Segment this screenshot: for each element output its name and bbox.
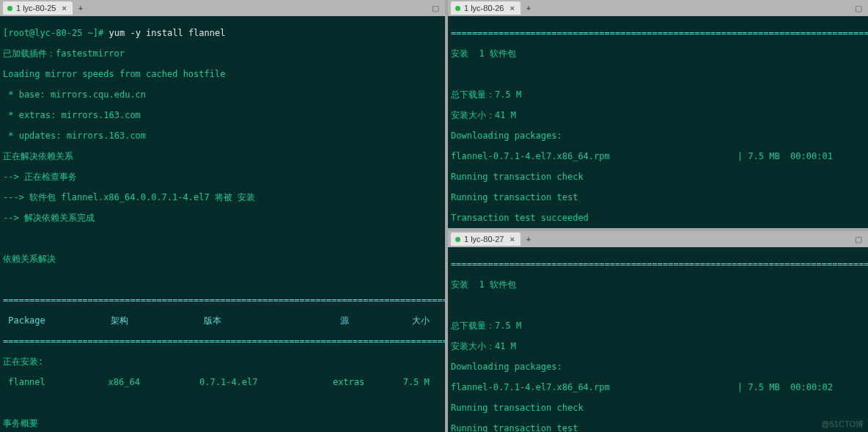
line: * updates: mirrors.163.com [3, 131, 442, 141]
new-tab-button[interactable]: + [523, 234, 534, 244]
blank [3, 233, 442, 244]
terminal-output-rt[interactable]: ========================================… [448, 16, 868, 228]
line: 安装 1 软件包 [451, 279, 865, 290]
tab-bar-rt: 1 lyc-80-26 × + ▢ [448, 0, 868, 16]
separator: ========================================… [3, 336, 442, 346]
maximize-icon[interactable]: ▢ [852, 3, 865, 13]
line: Downloading packages: [451, 362, 865, 372]
close-icon[interactable]: × [59, 3, 66, 13]
line: 事务概要 [3, 418, 442, 428]
line: 总下载量：7.5 M [451, 321, 865, 331]
tab-lyc-80-27[interactable]: 1 lyc-80-27 × [451, 233, 521, 246]
command: yum -y install flannel [103, 28, 225, 38]
maximize-icon[interactable]: ▢ [852, 234, 865, 244]
status-dot-icon [455, 237, 460, 242]
line: 已加载插件：fastestmirror [3, 48, 442, 59]
separator: ========================================… [3, 295, 442, 305]
line: 正在解决依赖关系 [3, 151, 442, 161]
blank [451, 69, 865, 79]
terminal-output-left[interactable]: [root@lyc-80-25 ~]# yum -y install flann… [0, 16, 445, 432]
prompt: [root@lyc-80-25 ~]# [3, 28, 103, 38]
line: * extras: mirrors.163.com [3, 110, 442, 120]
tab-label: 1 lyc-80-25 [16, 3, 56, 13]
close-icon[interactable]: × [507, 3, 514, 13]
tab-lyc-80-25[interactable]: 1 lyc-80-25 × [3, 1, 73, 15]
watermark: @51CTO博 [822, 419, 864, 429]
line: --> 正在检查事务 [3, 172, 442, 182]
new-tab-button[interactable]: + [76, 3, 86, 13]
tab-bar-left: 1 lyc-80-25 × + ▢ [0, 0, 445, 16]
separator: ========================================… [451, 259, 865, 269]
line: 安装 1 软件包 [451, 48, 865, 59]
line: Running transaction check [451, 403, 865, 413]
line: 总下载量：7.5 M [451, 89, 865, 100]
line: Running transaction test [451, 192, 865, 202]
tab-bar-rb: 1 lyc-80-27 × + ▢ [448, 231, 868, 247]
line: 安装大小：41 M [451, 110, 865, 120]
line: flannel-0.7.1-4.el7.x86_64.rpm| 7.5 MB 0… [451, 151, 865, 161]
line: 正在安装: [3, 356, 442, 367]
blank [3, 274, 442, 285]
line: * base: mirrors.cqu.edu.cn [3, 89, 442, 100]
line: flannel-0.7.1-4.el7.x86_64.rpm| 7.5 MB 0… [451, 382, 865, 392]
new-tab-button[interactable]: + [523, 3, 534, 13]
tab-lyc-80-26[interactable]: 1 lyc-80-26 × [451, 1, 521, 15]
table-header: Package架构版本源大小 [3, 315, 442, 326]
terminal-output-rb[interactable]: ========================================… [448, 247, 868, 432]
maximize-icon[interactable]: ▢ [429, 3, 442, 13]
separator: ========================================… [451, 28, 865, 38]
close-icon[interactable]: × [507, 234, 514, 244]
table-row: flannelx86_640.7.1-4.el7extras7.5 M [3, 377, 442, 387]
line: 安装大小：41 M [451, 341, 865, 351]
tab-label: 1 lyc-80-26 [464, 3, 504, 13]
line: Loading mirror speeds from cached hostfi… [3, 69, 442, 79]
status-dot-icon [455, 6, 460, 11]
status-dot-icon [7, 6, 12, 11]
line: Running transaction check [451, 172, 865, 182]
blank [3, 398, 442, 408]
tab-label: 1 lyc-80-27 [464, 234, 504, 244]
line: Transaction test succeeded [451, 213, 865, 223]
line: 依赖关系解决 [3, 254, 442, 264]
line: --> 解决依赖关系完成 [3, 213, 442, 223]
line: Running transaction test [451, 423, 865, 432]
blank [451, 300, 865, 310]
line: ---> 软件包 flannel.x86_64.0.0.7.1-4.el7 将被… [3, 192, 442, 202]
line: Downloading packages: [451, 131, 865, 141]
